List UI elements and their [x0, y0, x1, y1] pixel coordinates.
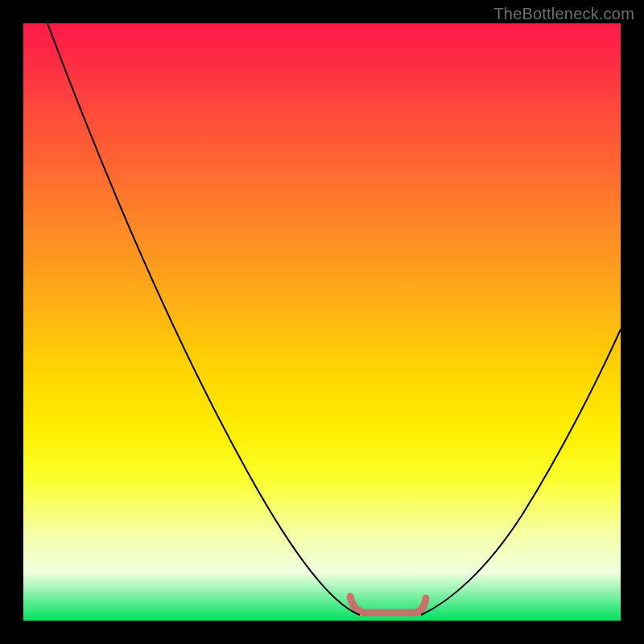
watermark-text: TheBottleneck.com	[493, 5, 634, 23]
chart-curve-left	[47, 23, 360, 615]
chart-plot-area	[23, 23, 621, 621]
chart-svg	[23, 23, 621, 621]
chart-annotation-bottom	[350, 597, 426, 613]
chart-curve-right	[421, 329, 621, 615]
